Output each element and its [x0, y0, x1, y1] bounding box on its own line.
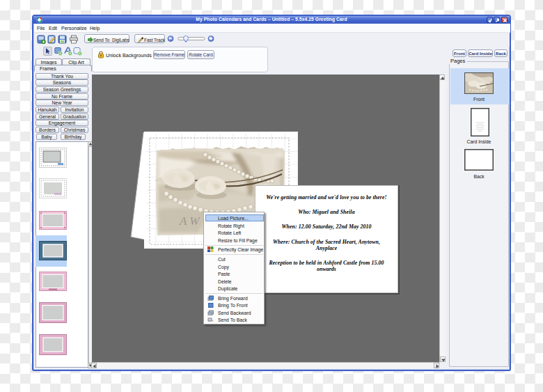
svg-text:A W: A W: [179, 214, 200, 228]
